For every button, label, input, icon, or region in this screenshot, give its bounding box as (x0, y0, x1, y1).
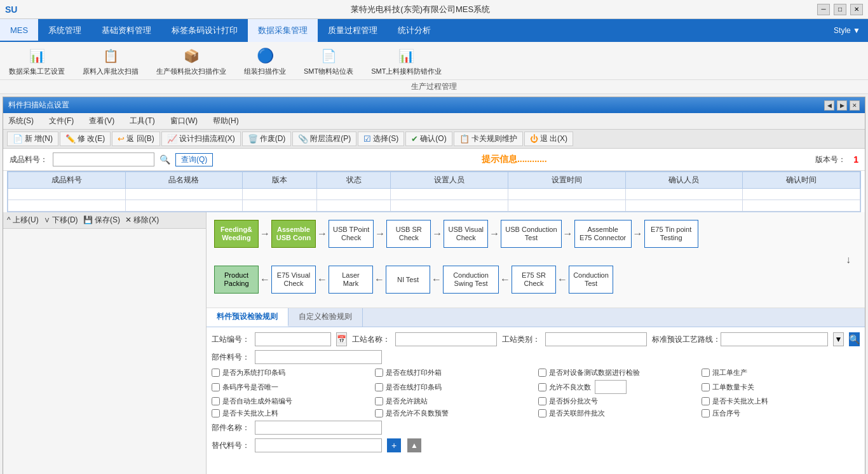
menu-mes[interactable]: MES (0, 19, 38, 42)
preset-route-dropdown[interactable]: ▼ (833, 332, 844, 346)
minimize-btn[interactable]: ─ (817, 4, 830, 15)
btn-edit[interactable]: ✏️修 改(E) (60, 132, 111, 146)
flow-box-usb-sr[interactable]: USB SRCheck (386, 220, 431, 248)
btn-gate-rule[interactable]: 📋卡关规则维护 (454, 132, 523, 146)
checkbox-split-batch[interactable]: 是否拆分批次号 (538, 396, 696, 406)
search-magnifier-icon[interactable]: 🔍 (159, 154, 170, 165)
checkbox-press-seq[interactable]: 压合序号 (702, 409, 860, 418)
search-input[interactable] (53, 152, 154, 166)
btn-design-flow[interactable]: 📈设计扫描流程(X) (161, 132, 241, 146)
toolbar-smt-table[interactable]: 📄 SMT物料站位表 (300, 44, 357, 77)
toolbar-raw-scan-label: 原料入库批次扫描 (83, 67, 139, 76)
checkbox-bad-warning[interactable]: 是否允许不良数预警 (375, 409, 533, 418)
inner-menu-file[interactable]: 文件(F) (46, 114, 76, 128)
inner-menu-view[interactable]: 查看(V) (86, 114, 117, 128)
menu-quality[interactable]: 质量过程管理 (318, 19, 388, 42)
flow-box-e75-visual[interactable]: E75 VisualCheck (271, 266, 316, 294)
main-content: ^ 上移(U) ∨ 下移(D) 💾 保存(S) ✕ 移除(X) Feeding&… (3, 212, 865, 474)
smt-anti-icon: 📊 (397, 46, 417, 66)
checkbox-gate-batch-upper[interactable]: 是否卡关批次上料 (212, 409, 370, 418)
arrow-3: → (374, 228, 386, 240)
tab-preset-rule[interactable]: 料件预设检验规则 (207, 308, 288, 327)
preset-route-input[interactable] (721, 332, 828, 346)
btn-save[interactable]: 💾 保存(S) (83, 215, 120, 226)
station-no-input[interactable] (255, 332, 331, 346)
col-setup-person: 设置人员 (391, 172, 508, 189)
checkbox-print-outer-box[interactable]: 是否在线打印外箱 (375, 368, 533, 377)
btn-attach-flow[interactable]: 📎附层流程(P) (292, 132, 356, 146)
flow-box-e75-sr[interactable]: E75 SRCheck (512, 266, 556, 294)
form-row-part-name: 部件名称： (212, 421, 860, 435)
flow-box-e75-tin[interactable]: E75 Tin pointTesting (644, 220, 698, 248)
btn-add[interactable]: 📄新 增(N) (7, 132, 58, 146)
checkbox-work-order-qty[interactable]: 工单数量卡关 (702, 380, 860, 394)
checkbox-mixed-work-order[interactable]: 混工单生产 (702, 368, 860, 377)
flow-box-conduction-swing[interactable]: ConductionSwing Test (443, 266, 499, 294)
v-arrow-down: ↓ (214, 254, 851, 266)
btn-move-down[interactable]: ∨ 下移(D) (44, 215, 78, 226)
inner-menu-system[interactable]: 系统(S) (6, 114, 36, 128)
flow-area: Feeding&Weeding → AssembleUSB Conn → USB… (207, 212, 865, 308)
checkbox-print-online-barcode[interactable]: 是否在线打印条码 (375, 380, 533, 394)
flow-box-product-packing[interactable]: ProductPacking (214, 266, 259, 294)
toolbar-raw-scan[interactable]: 📋 原料入库批次扫描 (79, 44, 142, 77)
toolbar-produce-scan[interactable]: 📦 生产领料批次扫描作业 (153, 44, 230, 77)
part-no-input[interactable] (255, 350, 382, 364)
station-name-label: 工站名称： (352, 334, 390, 345)
menu-basic[interactable]: 基础资料管理 (92, 19, 161, 42)
btn-select[interactable]: ☑选择(S) (358, 132, 404, 146)
window-prev-btn[interactable]: ◀ (824, 100, 834, 111)
flow-box-usb-tpoint[interactable]: USB TPointCheck (329, 220, 374, 248)
maximize-btn[interactable]: □ (834, 4, 846, 15)
toolbar-assemble-scan[interactable]: 🔵 组装扫描作业 (240, 44, 290, 77)
checkbox-auto-outer-box[interactable]: 是否自动生成外箱编号 (212, 396, 370, 406)
flow-box-feeding[interactable]: Feeding&Weeding (214, 220, 259, 248)
query-button[interactable]: 查询(Q) (175, 153, 213, 166)
checkbox-device-test[interactable]: 是否对设备测试数据进行检验 (538, 368, 696, 377)
window-next-btn[interactable]: ▶ (837, 100, 847, 111)
station-no-calendar-btn[interactable]: 📅 (336, 332, 347, 346)
checkbox-allow-skip[interactable]: 是否允许跳站 (375, 396, 533, 406)
toolbar-smt-anti[interactable]: 📊 SMT上料接料防错作业 (367, 44, 445, 77)
btn-exit[interactable]: ⏻退 出(X) (524, 132, 573, 146)
preset-route-label: 标准预设工艺路线： (652, 334, 715, 345)
flow-box-usb-visual[interactable]: USB VisualCheck (444, 220, 488, 248)
checkbox-gate-upper[interactable]: 是否卡关批次上料 (702, 396, 860, 406)
preset-route-search-btn[interactable]: 🔍 (849, 332, 860, 346)
arrow-1: → (259, 228, 271, 240)
inner-menu-window[interactable]: 窗口(W) (168, 114, 200, 128)
station-name-input[interactable] (395, 332, 497, 346)
menu-statistics[interactable]: 统计分析 (388, 19, 441, 42)
window-close-btn[interactable]: ✕ (850, 100, 860, 111)
part-name-input[interactable] (255, 421, 382, 435)
checkbox-related-batch[interactable]: 是否关联部件批次 (538, 409, 696, 418)
tab-custom-rule[interactable]: 自定义检验规则 (288, 308, 363, 327)
flow-box-ni-test[interactable]: NI Test (386, 266, 430, 294)
station-type-input[interactable] (545, 332, 647, 346)
btn-discard[interactable]: 🗑️作废(D) (242, 132, 292, 146)
btn-remove[interactable]: ✕ 移除(X) (125, 215, 159, 226)
menu-barcode[interactable]: 标签条码设计打印 (161, 19, 248, 42)
flow-box-assemble-e75[interactable]: AssembleE75 Connector (574, 220, 632, 248)
flow-box-usb-conduction[interactable]: USB ConductionTest (501, 220, 561, 248)
checkbox-allow-bad-count[interactable]: 允许不良次数 (538, 380, 696, 394)
checkbox-barcode-unique[interactable]: 条码序号是否唯一 (212, 380, 370, 394)
flow-box-conduction-test[interactable]: ConductionTest (569, 266, 613, 294)
btn-back[interactable]: ↩返 回(B) (112, 132, 159, 146)
part-name-label: 部件名称： (212, 423, 250, 433)
style-btn[interactable]: Style ▼ (826, 19, 868, 42)
add-replace-btn[interactable]: + (387, 438, 401, 452)
close-btn[interactable]: ✕ (850, 4, 863, 15)
inner-menu-help[interactable]: 帮助(H) (210, 114, 241, 128)
inner-menu-tools[interactable]: 工具(T) (127, 114, 157, 128)
flow-box-laser-mark[interactable]: LaserMark (329, 266, 373, 294)
remove-replace-btn[interactable]: ▲ (407, 438, 421, 452)
btn-move-up[interactable]: ^ 上移(U) (7, 215, 39, 226)
toolbar-data-collect[interactable]: 📊 数据采集工艺设置 (5, 44, 69, 77)
replace-no-input[interactable] (255, 438, 382, 452)
menu-system[interactable]: 系统管理 (38, 19, 92, 42)
btn-confirm[interactable]: ✔确认(O) (405, 132, 452, 146)
menu-data[interactable]: 数据采集管理 (248, 19, 318, 42)
checkbox-print-barcode[interactable]: 是否为系统打印条码 (212, 368, 370, 377)
flow-box-assemble-usb[interactable]: AssembleUSB Conn (271, 220, 316, 248)
